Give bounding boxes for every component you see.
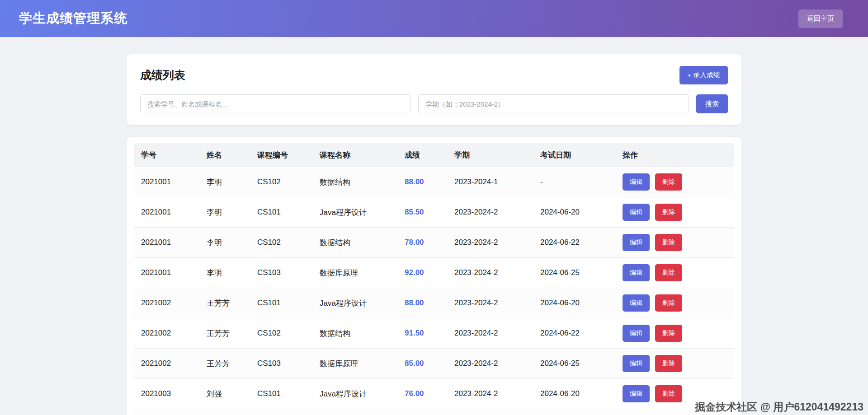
cell-exam-date: 2024-06-20 (533, 379, 615, 409)
cell-operations: 编辑 删除 (615, 318, 734, 349)
cell-semester: 2023-2024-2 (447, 288, 533, 318)
cell-score: 92.00 (397, 258, 447, 288)
cell-name: 李明 (199, 167, 250, 197)
delete-button[interactable]: 删除 (655, 234, 682, 251)
grades-table-head: 学号 姓名 课程编号 课程名称 成绩 学期 考试日期 操作 (134, 143, 734, 167)
cell-course-name: 数据库原理 (312, 258, 397, 288)
delete-button[interactable]: 删除 (655, 204, 682, 221)
cell-semester: 2023-2024-2 (447, 258, 533, 288)
cell-score: 85.00 (397, 349, 447, 379)
cell-course-name: 数据结构 (312, 167, 397, 197)
cell-course-id: CS102 (250, 228, 312, 258)
table-row: 2021002 王芳芳 CS103 数据库原理 85.00 2023-2024-… (134, 349, 734, 379)
column-header-score: 成绩 (397, 143, 447, 167)
cell-exam-date: 2024-06-25 (533, 349, 615, 379)
table-row: 2021003 刘强 CS101 Java程序设计 76.00 2023-202… (134, 379, 734, 409)
app-header: 学生成绩管理系统 返回主页 (0, 0, 868, 37)
cell-course-name: Java程序设计 (312, 379, 397, 409)
cell-operations: 编辑 删除 (615, 288, 734, 318)
cell-operations: 编辑 删除 (615, 258, 734, 288)
delete-button[interactable]: 删除 (655, 325, 682, 342)
cell-score: 76.00 (397, 379, 447, 409)
cell-course-id: CS101 (250, 288, 312, 318)
cell-semester: 2023-2024-2 (447, 197, 533, 228)
cell-semester: 2023-2024-2 (447, 349, 533, 379)
cell-exam-date: 2024-06-22 (533, 318, 615, 349)
edit-button[interactable]: 编辑 (623, 173, 650, 191)
cell-exam-date: 2024-06-22 (533, 228, 615, 258)
delete-button[interactable]: 删除 (655, 355, 682, 372)
app-title: 学生成绩管理系统 (19, 9, 127, 28)
table-row: 2021002 王芳芳 CS102 数据结构 91.50 2023-2024-2… (134, 318, 734, 349)
table-row: 2021002 王芳芳 CS101 Java程序设计 88.00 2023-20… (134, 288, 734, 318)
cell-exam-date: 2024-06-20 (533, 197, 615, 228)
grades-toolbar-card: 成绩列表 + 录入成绩 搜索 (127, 54, 741, 125)
cell-semester: 2023-2024-1 (447, 167, 533, 197)
delete-button[interactable]: 删除 (655, 385, 682, 402)
back-home-button[interactable]: 返回主页 (798, 9, 843, 28)
cell-course-name: Java程序设计 (312, 288, 397, 318)
toolbar-top-row: 成绩列表 + 录入成绩 (140, 66, 728, 84)
edit-button[interactable]: 编辑 (623, 325, 650, 342)
cell-semester: 2023-2024-2 (447, 228, 533, 258)
cell-operations: 编辑 删除 (615, 228, 734, 258)
cell-course-id: CS102 (250, 409, 312, 415)
cell-semester: 2023-2024-2 (447, 379, 533, 409)
cell-student-id: 2021002 (134, 349, 199, 379)
cell-course-name: 数据结构 (312, 409, 397, 415)
add-grade-button[interactable]: + 录入成绩 (679, 66, 728, 84)
cell-operations: 编辑 删除 (615, 349, 734, 379)
cell-course-id: CS101 (250, 197, 312, 228)
cell-semester: 2023-2024-2 (447, 318, 533, 349)
column-header-exam-date: 考试日期 (533, 143, 615, 167)
cell-score: 78.00 (397, 228, 447, 258)
column-header-semester: 学期 (447, 143, 533, 167)
grades-table: 学号 姓名 课程编号 课程名称 成绩 学期 考试日期 操作 2021001 李明… (134, 143, 734, 415)
cell-operations: 编辑 删除 (615, 409, 734, 415)
cell-name: 王芳芳 (199, 349, 250, 379)
cell-exam-date: 2024-06-20 (533, 288, 615, 318)
cell-student-id: 2021003 (134, 379, 199, 409)
edit-button[interactable]: 编辑 (623, 294, 650, 312)
edit-button[interactable]: 编辑 (623, 234, 650, 251)
cell-exam-date: 2024-06-25 (533, 258, 615, 288)
cell-course-id: CS102 (250, 167, 312, 197)
cell-name: 王芳芳 (199, 288, 250, 318)
cell-semester: 2023-2024-2 (447, 409, 533, 415)
edit-button[interactable]: 编辑 (623, 264, 650, 281)
cell-student-id: 2021001 (134, 228, 199, 258)
search-input[interactable] (140, 94, 411, 113)
semester-input[interactable] (418, 94, 689, 113)
cell-score: 82.50 (397, 409, 447, 415)
cell-student-id: 2021003 (134, 409, 199, 415)
delete-button[interactable]: 删除 (655, 173, 682, 191)
cell-course-id: CS103 (250, 349, 312, 379)
cell-exam-date: - (533, 167, 615, 197)
cell-name: 李明 (199, 228, 250, 258)
column-header-operations: 操作 (615, 143, 734, 167)
cell-score: 88.00 (397, 288, 447, 318)
table-row: 2021001 李明 CS102 数据结构 78.00 2023-2024-2 … (134, 228, 734, 258)
cell-name: 刘强 (199, 379, 250, 409)
edit-button[interactable]: 编辑 (623, 385, 650, 402)
cell-operations: 编辑 删除 (615, 197, 734, 228)
delete-button[interactable]: 删除 (655, 294, 682, 312)
cell-name: 王芳芳 (199, 318, 250, 349)
cell-course-name: Java程序设计 (312, 197, 397, 228)
delete-button[interactable]: 删除 (655, 264, 682, 281)
cell-student-id: 2021002 (134, 318, 199, 349)
search-row: 搜索 (140, 94, 728, 113)
cell-course-name: 数据结构 (312, 318, 397, 349)
edit-button[interactable]: 编辑 (623, 355, 650, 372)
cell-student-id: 2021001 (134, 197, 199, 228)
edit-button[interactable]: 编辑 (623, 204, 650, 221)
cell-operations: 编辑 删除 (615, 379, 734, 409)
cell-course-id: CS101 (250, 379, 312, 409)
main-container: 成绩列表 + 录入成绩 搜索 学号 姓名 课程编号 课程名称 成绩 (127, 54, 741, 415)
grades-table-body: 2021001 李明 CS102 数据结构 88.00 2023-2024-1 … (134, 167, 734, 415)
search-button[interactable]: 搜索 (696, 94, 728, 113)
cell-student-id: 2021002 (134, 288, 199, 318)
cell-score: 91.50 (397, 318, 447, 349)
cell-operations: 编辑 删除 (615, 167, 734, 197)
cell-name: 刘强 (199, 409, 250, 415)
